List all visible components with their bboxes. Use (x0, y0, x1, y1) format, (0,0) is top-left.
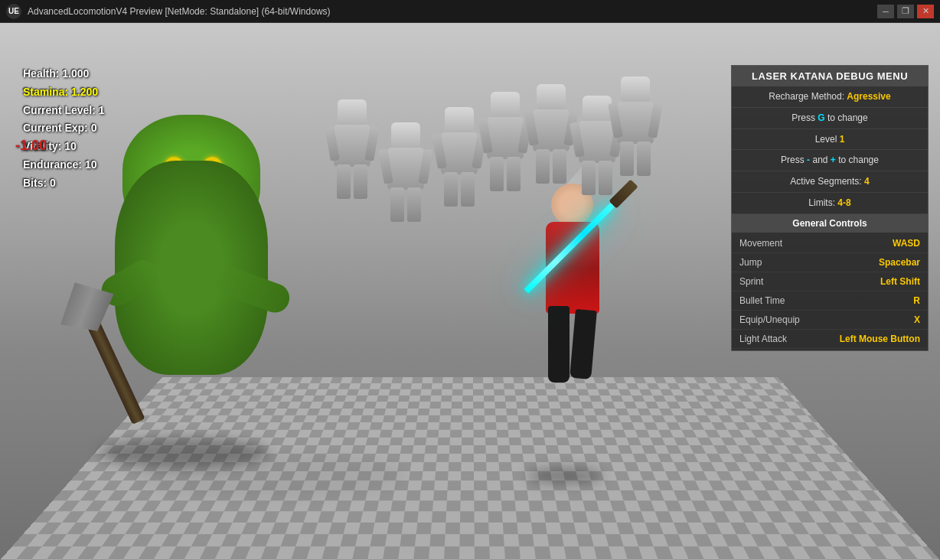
ctrl-key-4: X (830, 311, 928, 330)
player-leg-right (570, 309, 597, 379)
restore-button[interactable]: ❐ (897, 5, 914, 18)
game-viewport: Health: 1.000 Stamina: 1.200 Current Lev… (0, 23, 940, 560)
level-section: Level 1 Press - and + to change (732, 129, 928, 172)
debug-panel-title: LASER KATANA DEBUG MENU (732, 66, 928, 86)
ctrl-action-1: Jump (732, 253, 830, 272)
recharge-key: G (818, 112, 824, 123)
recharge-method-row: Recharge Method: Agressive (732, 86, 928, 108)
ctrl-key-2: Left Shift (830, 272, 928, 291)
player-character (527, 176, 619, 405)
active-segments-value: 4 (864, 176, 870, 187)
health-label: Health: 1.000 (23, 67, 89, 80)
limits-label: Limits: (808, 197, 835, 208)
recharge-key-suffix: to change (827, 112, 868, 123)
window-controls: ─ ❐ ✕ (877, 5, 934, 18)
health-display: Health: 1.000 (23, 65, 105, 83)
ctrl-action-5: Light Attack (732, 330, 830, 349)
endurance-label: Endurance: (23, 158, 82, 171)
robot-torso (334, 125, 370, 167)
current-level-label: Current Level: (23, 104, 96, 116)
robot-head (338, 99, 367, 126)
player-shadow (527, 468, 603, 483)
stamina-label: Stamina: 1.200 (23, 86, 98, 98)
level-value: 1 (840, 134, 845, 145)
ctrl-key-5: Left Mouse Button (830, 330, 928, 349)
robot-leg-right (354, 164, 367, 199)
titlebar: UE AdvancedLocomotionV4 Preview [NetMode… (0, 0, 940, 23)
recharge-key-row: Press G to change (732, 108, 928, 129)
segments-section: Active Segments: 4 Limits: 4-8 (732, 171, 928, 214)
recharge-method-value: Agressive (847, 91, 890, 102)
group-shadow (138, 453, 406, 499)
recharge-method-label: Recharge Method: (769, 91, 844, 102)
close-button[interactable]: ✕ (917, 5, 934, 18)
recharge-section: Recharge Method: Agressive Press G to ch… (732, 86, 928, 129)
player-leg-left (548, 306, 570, 383)
robot-enemy-4 (482, 92, 528, 191)
level-change-prefix: Press (781, 155, 805, 165)
active-segments-label: Active Segments: (790, 176, 861, 187)
ue-logo-icon: UE (6, 4, 21, 19)
ctrl-action-0: Movement (732, 234, 830, 253)
window-title: AdvancedLocomotionV4 Preview [NetMode: S… (28, 6, 331, 17)
level-row: Level 1 (732, 129, 928, 151)
ctrl-action-4: Equip/Unequip (732, 311, 830, 330)
robot-enemy-2 (383, 122, 429, 222)
bits-display: Bits: 0 (23, 174, 105, 193)
ctrl-key-0: WASD (830, 234, 928, 253)
current-exp-label: Current Exp: (23, 122, 88, 134)
endurance-display: Endurance: 10 (23, 156, 105, 174)
bits-label: Bits: (23, 177, 47, 189)
ctrl-key-1: Spacebar (830, 253, 928, 272)
monster-arm-right (212, 263, 294, 317)
axe-blade (47, 269, 125, 343)
robot-enemy-5 (528, 84, 574, 184)
ctrl-action-3: Bullet Time (732, 291, 830, 311)
robot-enemy-7 (612, 77, 658, 176)
robot-enemy-1 (329, 99, 375, 199)
current-level-value: 1 (99, 104, 105, 116)
recharge-key-prefix: Press (791, 112, 815, 123)
controls-grid: MovementWASDJumpSpacebarSprintLeft Shift… (732, 233, 928, 350)
level-change-suffix: to change (838, 155, 879, 165)
limits-value: 4-8 (837, 197, 850, 208)
level-plus-key: + (831, 155, 836, 165)
level-minus-key: - (807, 155, 810, 165)
general-controls-title: General Controls (732, 214, 928, 233)
stamina-display: Stamina: 1.200 (23, 83, 105, 102)
ctrl-action-2: Sprint (732, 272, 830, 291)
minimize-button[interactable]: ─ (877, 5, 894, 18)
vitality-value: 10 (64, 140, 77, 152)
damage-number: -1.00 (15, 138, 47, 154)
level-change-row: Press - and + to change (732, 150, 928, 171)
level-label: Level (815, 134, 837, 145)
robot-enemy-3 (436, 107, 482, 207)
current-exp-display: Current Exp: 0 (23, 119, 105, 138)
ctrl-key-3: R (830, 291, 928, 311)
hud-stats: Health: 1.000 Stamina: 1.200 Current Lev… (23, 65, 105, 193)
robot-leg-left (337, 164, 351, 199)
debug-panel: LASER KATANA DEBUG MENU Recharge Method:… (731, 65, 929, 351)
limits-row: Limits: 4-8 (732, 193, 928, 214)
active-segments-row: Active Segments: 4 (732, 171, 928, 193)
bits-value: 0 (50, 177, 56, 189)
titlebar-left: UE AdvancedLocomotionV4 Preview [NetMode… (6, 4, 331, 19)
level-and-text: and (812, 155, 827, 165)
current-exp-value: 0 (91, 122, 97, 134)
current-level-display: Current Level: 1 (23, 102, 105, 120)
endurance-value: 10 (85, 158, 97, 171)
